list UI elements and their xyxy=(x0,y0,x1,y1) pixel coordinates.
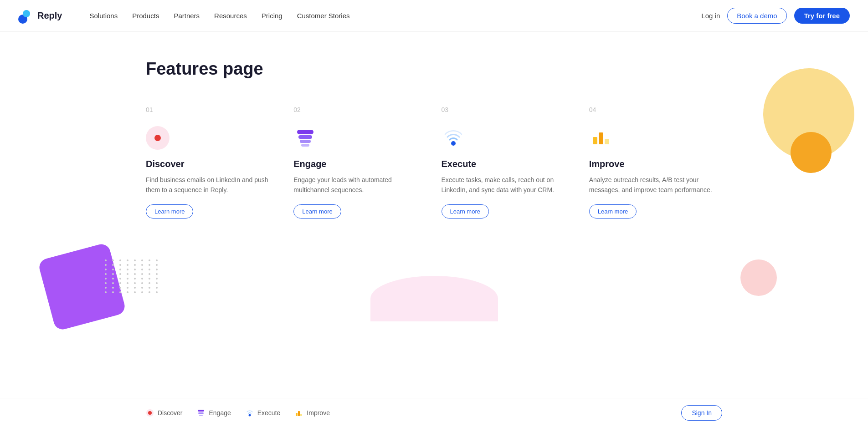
feature-card-engage: 02 Engage Engage your leads with automat… xyxy=(293,97,426,228)
feature-desc-improve: Analyze outreach results, A/B test your … xyxy=(589,175,722,195)
feature-icon-improve xyxy=(589,126,613,150)
learn-more-execute[interactable]: Learn more xyxy=(442,204,489,219)
learn-more-improve[interactable]: Learn more xyxy=(589,204,637,219)
learn-more-engage[interactable]: Learn more xyxy=(293,204,341,219)
features-grid: 01 Discover Find business emails on Link… xyxy=(146,97,722,228)
logo-link[interactable]: Reply xyxy=(18,8,62,24)
login-button[interactable]: Log in xyxy=(701,12,720,20)
nav-resources[interactable]: Resources xyxy=(214,12,247,20)
nav-actions: Log in Book a demo Try for free xyxy=(701,8,850,24)
nav-solutions[interactable]: Solutions xyxy=(89,12,118,20)
features-section: 01 Discover Find business emails on Link… xyxy=(0,97,868,255)
nav-products[interactable]: Products xyxy=(132,12,159,20)
main-content: Features page 01 Discover Find business … xyxy=(0,32,868,351)
feature-card-improve: 04 Improve Analyze outreach results, A/B… xyxy=(589,97,722,228)
feature-card-discover: 01 Discover Find business emails on Link… xyxy=(146,97,279,228)
feature-desc-discover: Find business emails on LinkedIn and pus… xyxy=(146,175,279,195)
nav-customer-stories[interactable]: Customer Stories xyxy=(297,12,350,20)
feature-icon-engage xyxy=(293,126,317,150)
nav-partners[interactable]: Partners xyxy=(174,12,200,20)
feature-number-3: 03 xyxy=(442,106,575,113)
svg-rect-5 xyxy=(593,137,597,144)
logo-icon xyxy=(18,8,34,24)
navbar: Reply Solutions Products Partners Resour… xyxy=(0,0,868,32)
logo-text: Reply xyxy=(37,10,62,21)
feature-card-execute: 03 Execute Execute tasks, make calls, re… xyxy=(442,97,575,228)
svg-rect-1 xyxy=(298,135,312,139)
svg-rect-0 xyxy=(297,130,313,134)
svg-rect-7 xyxy=(605,139,609,144)
svg-rect-6 xyxy=(599,132,603,144)
feature-number-1: 01 xyxy=(146,106,279,113)
nav-links: Solutions Products Partners Resources Pr… xyxy=(89,12,701,20)
try-free-button[interactable]: Try for free xyxy=(794,8,850,24)
feature-number-4: 04 xyxy=(589,106,722,113)
svg-point-4 xyxy=(451,141,456,146)
feature-number-2: 02 xyxy=(293,106,426,113)
feature-icon-execute xyxy=(442,126,465,150)
feature-desc-execute: Execute tasks, make calls, reach out on … xyxy=(442,175,575,195)
learn-more-discover[interactable]: Learn more xyxy=(146,204,193,219)
feature-title-improve: Improve xyxy=(589,159,722,169)
svg-rect-3 xyxy=(301,144,309,147)
feature-title-engage: Engage xyxy=(293,159,426,169)
page-title: Features page xyxy=(146,59,722,79)
pink-circle xyxy=(740,259,777,296)
nav-pricing[interactable]: Pricing xyxy=(262,12,282,20)
feature-desc-engage: Engage your leads with automated multich… xyxy=(293,175,426,195)
feature-title-execute: Execute xyxy=(442,159,575,169)
dots-decoration xyxy=(105,259,150,314)
svg-rect-2 xyxy=(300,140,311,143)
page-title-section: Features page xyxy=(0,32,868,97)
feature-title-discover: Discover xyxy=(146,159,279,169)
bottom-pink-decoration xyxy=(370,276,498,321)
feature-icon-discover xyxy=(146,126,169,150)
yellow-circle-small xyxy=(791,132,832,173)
book-demo-button[interactable]: Book a demo xyxy=(727,8,786,24)
